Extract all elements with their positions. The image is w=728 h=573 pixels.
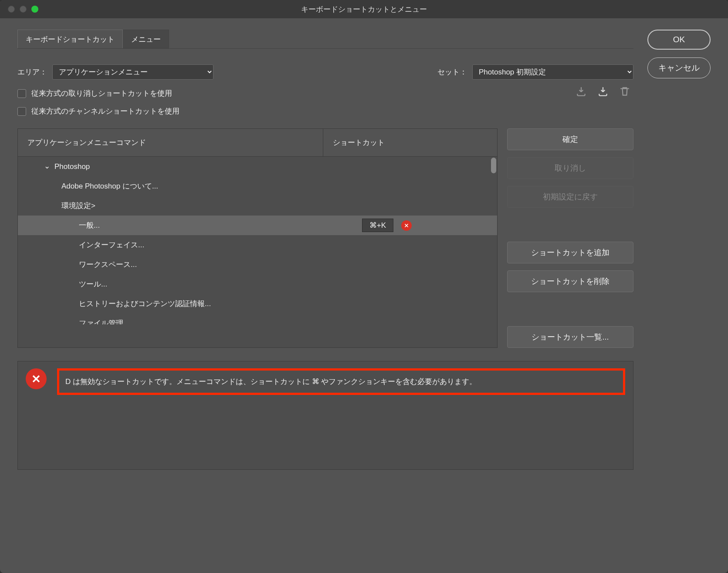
column-command: アプリケーションメニューコマンド xyxy=(18,129,323,156)
tree-item-about[interactable]: Adobe Photoshop について... xyxy=(18,176,497,196)
legacy-channel-label: 従来方式のチャンネルショートカットを使用 xyxy=(31,106,179,116)
legacy-undo-label: 従来方式の取り消しショートカットを使用 xyxy=(31,88,172,98)
add-shortcut-button[interactable]: ショートカットを追加 xyxy=(507,242,633,263)
dialog-window: キーボードショートカットとメニュー キーボードショートカット メニュー エリア：… xyxy=(0,0,728,573)
column-shortcut: ショートカット xyxy=(323,129,497,156)
save-set-icon[interactable] xyxy=(575,85,587,98)
set-select[interactable]: Photoshop 初期設定 xyxy=(472,64,633,80)
undo-button[interactable]: 取り消し xyxy=(507,157,633,179)
error-message: D は無効なショートカットです。メニューコマンドは、ショートカットに ⌘ やファ… xyxy=(65,378,477,386)
error-panel: D は無効なショートカットです。メニューコマンドは、ショートカットに ⌘ やファ… xyxy=(17,361,633,470)
tree-item-history[interactable]: ヒストリーおよびコンテンツ認証情報... xyxy=(18,294,497,313)
set-label: セット： xyxy=(437,67,467,77)
tree-item-general[interactable]: 一般... ⌘+K xyxy=(18,216,497,235)
window-title: キーボードショートカットとメニュー xyxy=(0,4,728,14)
shortcut-input[interactable]: ⌘+K xyxy=(362,219,393,232)
legacy-channel-checkbox[interactable] xyxy=(17,107,26,116)
area-label: エリア： xyxy=(17,67,47,77)
chevron-down-icon: ⌄ xyxy=(44,162,51,171)
delete-set-icon[interactable] xyxy=(619,85,631,98)
scrollbar-thumb[interactable] xyxy=(491,158,496,173)
legacy-undo-checkbox[interactable] xyxy=(17,89,26,98)
tree-item-interface[interactable]: インターフェイス... xyxy=(18,235,497,255)
remove-shortcut-icon[interactable] xyxy=(401,220,412,231)
tab-menus[interactable]: メニュー xyxy=(123,30,169,48)
titlebar: キーボードショートカットとメニュー xyxy=(0,0,728,18)
delete-shortcut-button[interactable]: ショートカットを削除 xyxy=(507,270,633,292)
reset-button[interactable]: 初期設定に戻す xyxy=(507,186,633,208)
command-tree: アプリケーションメニューコマンド ショートカット ⌄ Photoshop Ado… xyxy=(17,128,498,348)
cancel-button[interactable]: キャンセル xyxy=(647,57,711,78)
save-set-as-icon[interactable] xyxy=(597,85,609,98)
tree-item-workspace[interactable]: ワークスペース... xyxy=(18,255,497,274)
summarize-button[interactable]: ショートカット一覧... xyxy=(507,326,633,348)
error-icon xyxy=(26,368,47,389)
tree-item-tools[interactable]: ツール... xyxy=(18,274,497,294)
tab-bar: キーボードショートカット メニュー xyxy=(17,30,633,49)
ok-button[interactable]: OK xyxy=(647,30,711,50)
tab-keyboard-shortcuts[interactable]: キーボードショートカット xyxy=(17,30,123,48)
tree-item-photoshop[interactable]: ⌄ Photoshop xyxy=(18,157,497,176)
error-highlight: D は無効なショートカットです。メニューコマンドは、ショートカットに ⌘ やファ… xyxy=(57,368,625,395)
tree-item-preferences[interactable]: 環境設定> xyxy=(18,196,497,216)
tree-item-filehandling[interactable]: ファイル管理... xyxy=(18,313,497,324)
tree-body[interactable]: ⌄ Photoshop Adobe Photoshop について... 環境設定… xyxy=(18,157,497,324)
area-select[interactable]: アプリケーションメニュー xyxy=(52,64,213,80)
accept-button[interactable]: 確定 xyxy=(507,128,633,150)
